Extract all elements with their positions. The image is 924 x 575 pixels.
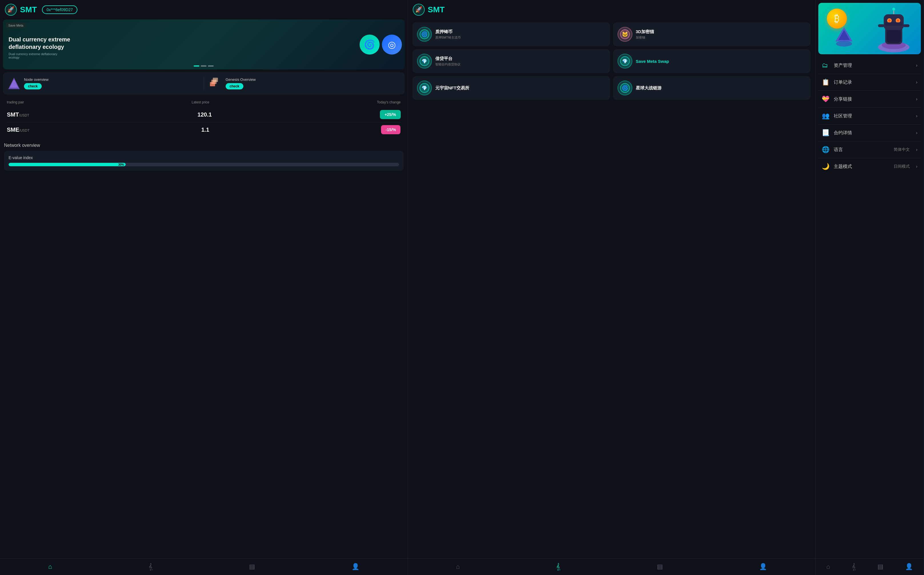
col-price: Latest price [192, 100, 210, 104]
app-info-2: 借贷平台 智能合约借贷协议 [435, 56, 460, 67]
svg-text:💎: 💎 [422, 86, 427, 91]
home-icon-right: ⌂ [826, 563, 830, 570]
nav-profile-mid[interactable]: 👤 [757, 562, 769, 572]
robot-figure [872, 6, 915, 53]
app-card-3[interactable]: 💎 Save Meta Swap [613, 49, 811, 73]
left-bottom-nav: ⌂ 𝄠 ▤ 👤 [0, 558, 408, 575]
orders-label: 订单记录 [834, 79, 912, 86]
menu-item-community[interactable]: 👥 社区管理 › [818, 108, 921, 124]
col-change: Today's change [377, 100, 400, 104]
svg-rect-31 [878, 24, 884, 27]
pair-smt: SMT/USDT [7, 111, 29, 118]
profile-icon-right: 👤 [905, 563, 913, 570]
eth-triangle [835, 27, 853, 47]
theme-arrow: › [916, 164, 918, 169]
menu-item-assets[interactable]: 🗂 资产管理 › [818, 57, 921, 74]
app-info-3: Save Meta Swap [636, 59, 669, 64]
home-icon-mid: ⌂ [456, 563, 460, 570]
node-check-button[interactable]: check [24, 83, 42, 89]
nav-chart-right[interactable]: 𝄠 [849, 562, 858, 572]
app-icon-3: 💎 [618, 54, 632, 68]
orders-icon: 📋 [822, 79, 830, 86]
chart-icon-right: 𝄠 [852, 563, 856, 570]
nav-chart-mid[interactable]: 𝄠 [554, 562, 563, 572]
genesis-overview-label: Genesis Overview [225, 78, 256, 82]
node-icon [7, 76, 21, 91]
banner-dots [194, 65, 214, 67]
network-card: E-value index 30% [4, 151, 403, 171]
nav-home-left[interactable]: ⌂ [46, 562, 54, 572]
contract-label: 合约详情 [834, 130, 912, 136]
menu-item-contract[interactable]: 📃 合约详情 › [818, 124, 921, 141]
nav-wallet-right[interactable]: ▤ [875, 562, 886, 572]
app-card-2[interactable]: 💎 借贷平台 智能合约借贷协议 [413, 49, 610, 73]
svg-text:💎: 💎 [622, 59, 628, 64]
nav-home-right[interactable]: ⌂ [824, 562, 832, 572]
assets-label: 资产管理 [834, 62, 912, 68]
change-smt: +25/% [380, 110, 400, 119]
theme-value: 日间模式 [894, 164, 910, 169]
community-icon: 👥 [822, 112, 830, 120]
svg-marker-3 [10, 79, 18, 88]
app-card-4[interactable]: 💎 元宇宙NFT交易所 [413, 76, 610, 100]
community-arrow: › [916, 113, 918, 119]
banner-text: Dual currency extreme deflationary ecolo… [9, 36, 71, 59]
assets-icon: 🗂 [822, 62, 830, 69]
language-icon: 🌐 [822, 146, 830, 153]
progress-label: 30% [118, 163, 124, 166]
genesis-icon [208, 76, 223, 91]
banner-title: Dual currency extreme deflationary ecolo… [9, 36, 71, 51]
wallet-badge[interactable]: 0x***6ef09D27 [42, 5, 78, 14]
menu-item-theme[interactable]: 🌙 主题模式 日间模式 › [818, 158, 921, 175]
theme-icon: 🌙 [822, 163, 830, 170]
node-overview-info: Node overview check [24, 78, 49, 89]
left-panel: 🚀 SMT 0x***6ef09D27 Save Meta Dual curre… [0, 0, 408, 575]
pair-sme: SME/USDT [7, 127, 29, 133]
app-name-4: 元宇宙NFT交易所 [435, 86, 469, 91]
pair-smt-quote: /USDT [19, 113, 29, 118]
orders-arrow: › [916, 80, 918, 85]
menu-item-language[interactable]: 🌐 语言 简体中文 › [818, 141, 921, 158]
trading-section: trading pair Latest price Today's change… [3, 97, 405, 140]
dot-3 [208, 65, 214, 67]
svg-text:💎: 💎 [422, 59, 427, 64]
app-card-1[interactable]: 🐱 3D加密猫 加密猫 [613, 22, 811, 46]
brand-name-mid: SMT [428, 5, 445, 14]
profile-icon-left: 👤 [352, 563, 359, 570]
genesis-check-button[interactable]: check [225, 83, 243, 89]
nav-chart-left[interactable]: 𝄠 [146, 562, 155, 572]
menu-item-share[interactable]: 💝 分享链接 › [818, 91, 921, 108]
menu-item-orders[interactable]: 📋 订单记录 › [818, 74, 921, 91]
app-icon-1: 🐱 [618, 27, 632, 42]
wallet-icon-mid: ▤ [657, 563, 663, 570]
svg-point-37 [836, 41, 852, 46]
nav-wallet-mid[interactable]: ▤ [655, 562, 665, 572]
app-desc-2: 智能合约借贷协议 [435, 62, 460, 67]
home-icon-left: ⌂ [48, 563, 52, 570]
banner-coins: 🌀 ◎ [360, 35, 402, 54]
chart-icon-left: 𝄠 [149, 563, 153, 570]
app-card-5[interactable]: 🌀 星球大战链游 [613, 76, 811, 100]
pair-smt-base: SMT [7, 111, 19, 118]
svg-text:🌀: 🌀 [421, 31, 428, 37]
nav-profile-left[interactable]: 👤 [349, 562, 362, 572]
app-card-0[interactable]: 🌀 质押铸币 质押SMT铸主流币 [413, 22, 610, 46]
assets-arrow: › [916, 63, 918, 68]
node-overview-label: Node overview [24, 78, 49, 82]
trading-row-sme: SME/USDT 1.1 -15/% [7, 122, 401, 137]
app-name-2: 借贷平台 [435, 56, 460, 61]
app-icon-2: 💎 [417, 54, 432, 68]
coin-blue: ◎ [382, 35, 402, 54]
nav-profile-right[interactable]: 👤 [903, 562, 915, 572]
progress-bar-fill: 30% [9, 163, 126, 166]
trading-row-smt: SMT/USDT 120.1 +25/% [7, 107, 401, 122]
logo-icon-mid: 🚀 [413, 3, 425, 16]
mid-header: 🚀 SMT [408, 0, 816, 19]
dot-2 [201, 65, 206, 67]
app-desc-0: 质押SMT铸主流币 [435, 35, 461, 40]
nav-home-mid[interactable]: ⌂ [454, 562, 462, 572]
nav-wallet-left[interactable]: ▤ [247, 562, 257, 572]
mid-bottom-nav: ⌂ 𝄠 ▤ 👤 [408, 558, 816, 575]
banner-subtitle: Dual currency extreme deflationary ecolo… [9, 52, 66, 59]
app-info-4: 元宇宙NFT交易所 [435, 86, 469, 91]
